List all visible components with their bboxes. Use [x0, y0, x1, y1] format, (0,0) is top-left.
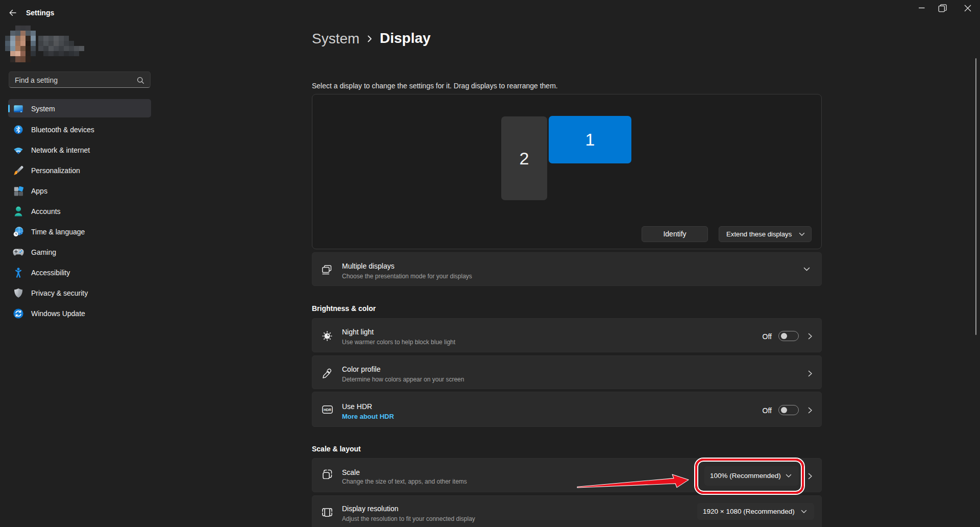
svg-text:HDR: HDR [324, 408, 331, 412]
